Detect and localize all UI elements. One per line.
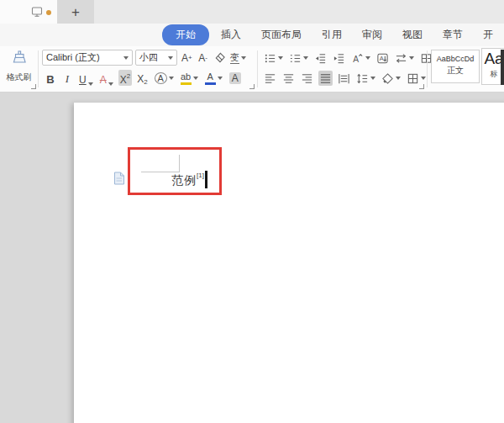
font-dialog-launcher-icon[interactable] [249,84,255,89]
bullet-list-icon [264,52,276,65]
strikethrough-glyph: A [100,74,107,86]
distributed-button[interactable] [337,71,351,86]
chevron-down-icon [278,56,283,60]
chevron-down-icon [303,56,308,60]
style-card-normal[interactable]: AaBbCcDd 正文 [431,50,480,83]
align-left-icon [264,72,276,85]
status-dot [46,10,51,15]
font-family-value: Calibri (正文) [46,51,100,64]
phonetic-guide-button[interactable]: 变 [229,50,247,66]
format-painter-icon [11,50,28,67]
paragraph-dialog-launcher-icon[interactable] [419,84,424,89]
format-painter-label: 格式刷 [0,71,38,83]
borders-icon [407,72,419,85]
svg-text:A: A [380,55,384,62]
font-color-bar [205,82,216,85]
chevron-down-icon [168,56,173,60]
menu-tab-references[interactable]: 引用 [312,24,352,45]
text-effects-button[interactable]: A [153,70,176,86]
group-separator [257,50,258,87]
menu-tab-truncated[interactable]: 开 [473,24,503,45]
align-center-button[interactable] [281,71,296,86]
numbered-list-button[interactable] [288,50,309,66]
subscript-mark: 2 [144,78,147,86]
shading-button[interactable] [381,71,402,86]
subscript-button[interactable]: X2 [135,70,149,86]
ribbon-menu-bar: 开始 插入 页面布局 引用 审阅 视图 章节 开 [0,24,504,46]
document-text-line[interactable]: 范例 [1] [171,171,207,189]
sort-icon: A [376,52,389,65]
styles-gallery-edge [501,50,504,85]
font-color-glyph: A [207,71,213,82]
line-spacing-button[interactable] [355,71,376,86]
underline-button[interactable]: U [77,70,95,86]
two-way-arrows-icon [395,52,407,65]
menu-tab-section[interactable]: 章节 [433,24,473,45]
chevron-down-icon [123,56,129,60]
italic-glyph: I [66,72,69,86]
chevron-down-icon [108,82,113,86]
underline-glyph: U [79,74,87,86]
bullet-list-button[interactable] [263,50,284,66]
italic-button[interactable]: I [60,70,74,86]
character-shading-button[interactable]: A [228,70,243,86]
comment-page-icon[interactable] [113,172,125,185]
group-separator [38,50,39,87]
svg-text:A: A [353,54,359,63]
align-left-button[interactable] [263,71,277,86]
strikethrough-button[interactable]: A [98,70,115,86]
show-marks-button[interactable] [394,50,415,66]
highlight-color-button[interactable]: ab [179,70,200,86]
increase-font-size-button[interactable]: A+ [180,50,194,66]
highlight-color-bar [181,82,192,85]
chevron-down-icon [193,77,198,80]
group-separator [427,50,428,87]
font-size-select[interactable]: 小四 [135,50,177,66]
bold-button[interactable]: B [44,70,57,86]
text-cursor [205,171,207,188]
decrease-indent-button[interactable] [313,50,328,66]
chevron-down-icon [396,77,401,80]
phonetic-guide-icon: 变 [230,52,239,64]
shrink-font-mark: - [205,54,207,61]
chevron-down-icon [421,77,426,80]
sort-button[interactable]: A [375,50,390,66]
chevron-down-icon [218,77,223,80]
grow-font-glyph: A [181,52,188,64]
align-right-icon [301,72,313,85]
plus-icon: + [71,5,80,19]
superscript-mark: 2 [127,72,130,80]
decrease-font-size-button[interactable]: A- [197,50,210,66]
tab-bar-empty-strip [94,0,504,24]
outdent-icon [314,52,327,65]
chevron-down-icon [169,77,174,80]
chevron-down-icon [409,56,414,60]
font-color-button[interactable]: A [203,70,224,86]
menu-tab-view[interactable]: 视图 [392,24,433,45]
menu-tab-page-layout[interactable]: 页面布局 [251,24,312,45]
document-workspace: 范例 [1] [0,93,504,423]
text-tool-button[interactable]: A [350,50,371,66]
increase-indent-button[interactable] [332,50,346,66]
grow-font-mark: + [188,54,192,61]
menu-tab-insert[interactable]: 插入 [211,24,251,45]
clipboard-dialog-launcher-icon[interactable] [31,84,36,89]
numbered-list-icon [289,52,302,65]
subscript-glyph: X [137,73,144,85]
highlight-glyph: ab [181,71,191,82]
style-name: 正文 [432,65,479,77]
eraser-icon [213,51,226,64]
superscript-glyph: X [120,74,127,86]
character-shading-glyph: A [229,72,241,84]
align-right-button[interactable] [300,71,314,86]
monitor-icon [30,5,44,19]
font-family-select[interactable]: Calibri (正文) [42,50,133,66]
shading-diamond-icon [381,72,394,85]
indent-icon [333,52,345,65]
menu-tab-home[interactable]: 开始 [162,24,209,45]
new-tab-button[interactable]: + [57,0,94,24]
justify-button[interactable] [318,71,333,86]
superscript-button[interactable]: X2 [118,70,132,86]
menu-tab-review[interactable]: 审阅 [352,24,392,45]
clear-formatting-button[interactable] [213,50,227,66]
